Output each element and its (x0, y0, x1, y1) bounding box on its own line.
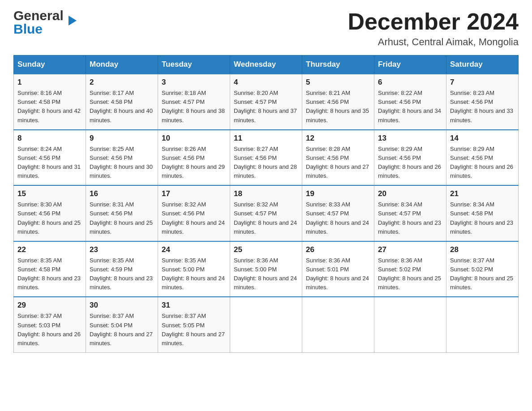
calendar-cell: 5 Sunrise: 8:21 AM Sunset: 4:56 PM Dayli… (302, 74, 374, 130)
day-number: 24 (162, 245, 226, 254)
calendar-cell: 31 Sunrise: 8:37 AM Sunset: 5:05 PM Dayl… (158, 297, 230, 352)
daylight-label: Daylight: 8 hours and 24 minutes. (306, 275, 369, 291)
sunrise-label: Sunrise: 8:34 AM (378, 201, 422, 208)
day-number: 19 (306, 189, 370, 198)
sunset-label: Sunset: 4:59 PM (90, 266, 133, 273)
sunset-label: Sunset: 4:56 PM (162, 210, 205, 217)
sunset-label: Sunset: 5:05 PM (162, 322, 205, 329)
sunset-label: Sunset: 5:01 PM (306, 266, 349, 273)
day-number: 22 (17, 245, 82, 254)
day-info: Sunrise: 8:20 AM Sunset: 4:57 PM Dayligh… (234, 89, 298, 125)
sunrise-label: Sunrise: 8:27 AM (234, 146, 278, 152)
title-block: December 2024 Arhust, Central Aimak, Mon… (348, 9, 519, 48)
calendar-cell: 22 Sunrise: 8:35 AM Sunset: 4:58 PM Dayl… (14, 241, 86, 297)
calendar-cell: 8 Sunrise: 8:24 AM Sunset: 4:56 PM Dayli… (14, 130, 86, 186)
day-info: Sunrise: 8:33 AM Sunset: 4:57 PM Dayligh… (306, 200, 370, 236)
daylight-label: Daylight: 8 hours and 33 minutes. (450, 107, 513, 123)
sunset-label: Sunset: 4:57 PM (234, 210, 277, 217)
daylight-label: Daylight: 8 hours and 25 minutes. (90, 219, 153, 235)
sunset-label: Sunset: 4:56 PM (306, 154, 349, 161)
days-of-week-row: SundayMondayTuesdayWednesdayThursdayFrid… (14, 56, 519, 74)
sunset-label: Sunset: 4:56 PM (306, 98, 349, 105)
calendar-cell: 28 Sunrise: 8:37 AM Sunset: 5:02 PM Dayl… (446, 241, 519, 297)
day-info: Sunrise: 8:27 AM Sunset: 4:56 PM Dayligh… (234, 145, 298, 181)
day-number: 29 (17, 301, 82, 310)
sunset-label: Sunset: 4:56 PM (450, 98, 493, 105)
sunrise-label: Sunrise: 8:33 AM (306, 201, 350, 208)
month-title: December 2024 (348, 9, 519, 34)
day-info: Sunrise: 8:35 AM Sunset: 4:58 PM Dayligh… (17, 256, 82, 292)
sunrise-label: Sunrise: 8:30 AM (17, 201, 62, 208)
day-number: 11 (234, 134, 298, 143)
daylight-label: Daylight: 8 hours and 25 minutes. (17, 219, 81, 235)
day-info: Sunrise: 8:32 AM Sunset: 4:57 PM Dayligh… (234, 200, 298, 236)
page-header: General Blue December 2024 Arhust, Centr… (13, 9, 519, 48)
calendar-cell: 23 Sunrise: 8:35 AM Sunset: 4:59 PM Dayl… (86, 241, 158, 297)
sunrise-label: Sunrise: 8:37 AM (90, 313, 134, 319)
sunset-label: Sunset: 5:04 PM (90, 322, 133, 329)
week-row-4: 22 Sunrise: 8:35 AM Sunset: 4:58 PM Dayl… (14, 241, 519, 297)
daylight-label: Daylight: 8 hours and 37 minutes. (234, 107, 297, 123)
daylight-label: Daylight: 8 hours and 24 minutes. (234, 219, 297, 235)
sunrise-label: Sunrise: 8:31 AM (90, 201, 134, 208)
logo-arrow-icon (69, 16, 77, 26)
calendar-cell: 19 Sunrise: 8:33 AM Sunset: 4:57 PM Dayl… (302, 185, 374, 241)
calendar-cell: 27 Sunrise: 8:36 AM Sunset: 5:02 PM Dayl… (374, 241, 446, 297)
calendar-cell: 1 Sunrise: 8:16 AM Sunset: 4:58 PM Dayli… (14, 74, 86, 130)
day-info: Sunrise: 8:32 AM Sunset: 4:56 PM Dayligh… (162, 200, 226, 236)
day-info: Sunrise: 8:35 AM Sunset: 5:00 PM Dayligh… (162, 256, 226, 292)
sunrise-label: Sunrise: 8:32 AM (162, 201, 206, 208)
day-info: Sunrise: 8:37 AM Sunset: 5:04 PM Dayligh… (90, 312, 154, 348)
col-header-wednesday: Wednesday (230, 56, 302, 74)
daylight-label: Daylight: 8 hours and 24 minutes. (162, 275, 225, 291)
sunrise-label: Sunrise: 8:37 AM (450, 257, 494, 264)
sunrise-label: Sunrise: 8:20 AM (234, 90, 278, 96)
sunrise-label: Sunrise: 8:29 AM (378, 146, 422, 152)
day-info: Sunrise: 8:23 AM Sunset: 4:56 PM Dayligh… (450, 89, 515, 125)
sunrise-label: Sunrise: 8:28 AM (306, 146, 350, 152)
location-subtitle: Arhust, Central Aimak, Mongolia (348, 36, 519, 48)
day-number: 12 (306, 134, 370, 143)
day-info: Sunrise: 8:36 AM Sunset: 5:02 PM Dayligh… (378, 256, 442, 292)
calendar-cell (374, 297, 446, 352)
day-number: 21 (450, 189, 515, 198)
calendar-cell (230, 297, 302, 352)
sunset-label: Sunset: 5:00 PM (162, 266, 205, 273)
day-info: Sunrise: 8:36 AM Sunset: 5:00 PM Dayligh… (234, 256, 298, 292)
calendar-cell: 7 Sunrise: 8:23 AM Sunset: 4:56 PM Dayli… (446, 74, 519, 130)
sunrise-label: Sunrise: 8:24 AM (17, 146, 62, 152)
sunrise-label: Sunrise: 8:35 AM (90, 257, 134, 264)
day-info: Sunrise: 8:36 AM Sunset: 5:01 PM Dayligh… (306, 256, 370, 292)
sunrise-label: Sunrise: 8:35 AM (17, 257, 62, 264)
sunrise-label: Sunrise: 8:36 AM (234, 257, 278, 264)
sunset-label: Sunset: 4:56 PM (90, 154, 133, 161)
daylight-label: Daylight: 8 hours and 24 minutes. (306, 219, 369, 235)
sunrise-label: Sunrise: 8:36 AM (378, 257, 422, 264)
sunset-label: Sunset: 4:57 PM (378, 210, 421, 217)
calendar-cell: 4 Sunrise: 8:20 AM Sunset: 4:57 PM Dayli… (230, 74, 302, 130)
calendar-table: SundayMondayTuesdayWednesdayThursdayFrid… (13, 55, 519, 353)
daylight-label: Daylight: 8 hours and 27 minutes. (306, 163, 369, 179)
day-number: 3 (162, 78, 226, 87)
day-info: Sunrise: 8:34 AM Sunset: 4:57 PM Dayligh… (378, 200, 442, 236)
day-number: 9 (90, 134, 154, 143)
sunset-label: Sunset: 4:56 PM (450, 154, 493, 161)
sunset-label: Sunset: 5:03 PM (17, 322, 60, 329)
day-number: 25 (234, 245, 298, 254)
daylight-label: Daylight: 8 hours and 24 minutes. (234, 275, 297, 291)
sunset-label: Sunset: 4:57 PM (162, 98, 205, 105)
day-number: 6 (378, 78, 442, 87)
sunset-label: Sunset: 4:57 PM (306, 210, 349, 217)
daylight-label: Daylight: 8 hours and 23 minutes. (378, 219, 441, 235)
sunrise-label: Sunrise: 8:17 AM (90, 90, 134, 96)
calendar-cell: 9 Sunrise: 8:25 AM Sunset: 4:56 PM Dayli… (86, 130, 158, 186)
day-number: 14 (450, 134, 515, 143)
daylight-label: Daylight: 8 hours and 29 minutes. (162, 163, 225, 179)
day-number: 16 (90, 189, 154, 198)
sunset-label: Sunset: 4:56 PM (378, 154, 421, 161)
daylight-label: Daylight: 8 hours and 31 minutes. (17, 163, 81, 179)
sunrise-label: Sunrise: 8:37 AM (162, 313, 206, 319)
day-number: 7 (450, 78, 515, 87)
day-number: 28 (450, 245, 515, 254)
sunrise-label: Sunrise: 8:18 AM (162, 90, 206, 96)
